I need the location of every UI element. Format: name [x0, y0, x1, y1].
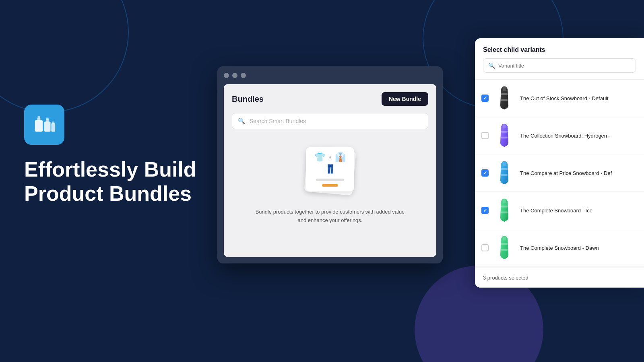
traffic-light-close[interactable]: [224, 73, 229, 78]
variant-list-item[interactable]: The Out of Stock Snowboard - Default: [475, 80, 644, 117]
illustration-plus: +: [328, 154, 331, 160]
svg-rect-16: [501, 243, 508, 245]
window-content: Bundles New Bundle 🔍 Search Smart Bundle…: [224, 84, 436, 257]
svg-rect-7: [52, 121, 54, 124]
svg-rect-17: [501, 249, 508, 251]
variant-name: The Out of Stock Snowboard - Default: [520, 95, 638, 101]
bundles-header: Bundles New Bundle: [232, 92, 428, 106]
variant-checkbox[interactable]: [481, 244, 489, 251]
traffic-light-fullscreen[interactable]: [241, 73, 246, 78]
window-titlebar: [217, 66, 443, 84]
variants-panel-header: Select child variants 🔍: [475, 38, 644, 80]
variants-search-input[interactable]: [498, 63, 631, 69]
hero-section: Effortlessly Build Product Bundles: [24, 105, 209, 206]
svg-rect-2: [38, 116, 40, 119]
variants-footer: 3 products selected: [475, 267, 644, 288]
svg-rect-0: [35, 120, 43, 132]
svg-rect-13: [501, 174, 508, 176]
variants-search-icon: 🔍: [488, 62, 495, 69]
variant-image: [493, 235, 515, 261]
app-window: Bundles New Bundle 🔍 Search Smart Bundle…: [217, 66, 443, 263]
variant-image: [493, 123, 515, 148]
variant-name: The Complete Snowboard - Ice: [520, 208, 638, 214]
variant-list-item[interactable]: The Compare at Price Snowboard - Def: [475, 154, 644, 192]
new-bundle-button[interactable]: New Bundle: [382, 92, 428, 106]
variant-name: The Collection Snowboard: Hydrogen -: [520, 133, 638, 139]
search-placeholder-text: Search Smart Bundles: [250, 118, 306, 124]
svg-rect-3: [44, 121, 51, 132]
svg-rect-9: [501, 99, 508, 101]
variants-panel-title: Select child variants: [483, 46, 636, 53]
variant-name: The Complete Snowboard - Dawn: [520, 245, 638, 251]
svg-rect-11: [501, 137, 508, 139]
variant-list-item[interactable]: The Complete Snowboard - Dawn: [475, 229, 644, 267]
empty-state-text: Bundle products together to provide cust…: [254, 208, 407, 225]
variant-checkbox[interactable]: [481, 207, 489, 214]
variant-checkbox[interactable]: [481, 169, 489, 177]
variants-list: The Out of Stock Snowboard - Default The: [475, 80, 644, 277]
svg-rect-5: [46, 118, 49, 120]
illustration-bar-long: [316, 179, 344, 181]
variant-name: The Compare at Price Snowboard - Def: [520, 170, 638, 176]
svg-rect-6: [51, 123, 55, 132]
illustration-shirt-blue: 👔: [335, 152, 346, 162]
variant-image: [493, 160, 515, 186]
search-bar[interactable]: 🔍 Search Smart Bundles: [232, 113, 428, 129]
illustration-shirt-red: 👕: [314, 152, 325, 162]
variant-checkbox[interactable]: [481, 95, 489, 102]
svg-rect-10: [501, 131, 508, 133]
variants-panel: Select child variants 🔍: [475, 38, 644, 288]
traffic-light-minimize[interactable]: [232, 73, 237, 78]
variant-image: [493, 85, 515, 111]
variant-image: [493, 197, 515, 223]
illustration-bar-short: [322, 184, 338, 187]
hero-title: Effortlessly Build Product Bundles: [24, 158, 209, 206]
illustration-pants: 👖: [325, 164, 336, 175]
selected-count: 3 products selected: [483, 275, 528, 281]
svg-rect-15: [501, 212, 508, 214]
svg-rect-12: [501, 168, 508, 170]
variant-list-item[interactable]: The Complete Snowboard - Ice: [475, 192, 644, 229]
bundle-illustration: 👕 + 👔 👖: [294, 145, 366, 202]
app-icon: [24, 105, 64, 145]
variant-list-item[interactable]: The Collection Snowboard: Hydrogen -: [475, 117, 644, 154]
empty-state: 👕 + 👔 👖 Bundle products together to prov…: [232, 137, 428, 225]
bundles-page-title: Bundles: [232, 95, 264, 104]
svg-rect-14: [501, 206, 508, 208]
variants-search-bar[interactable]: 🔍: [483, 58, 636, 73]
app-icon-svg: [32, 112, 57, 137]
svg-rect-8: [501, 93, 508, 95]
bg-decoration-circle-1: [0, 0, 129, 113]
variant-checkbox[interactable]: [481, 132, 489, 139]
illustration-card-front: 👕 + 👔 👖: [306, 147, 354, 191]
search-icon: 🔍: [238, 117, 246, 125]
